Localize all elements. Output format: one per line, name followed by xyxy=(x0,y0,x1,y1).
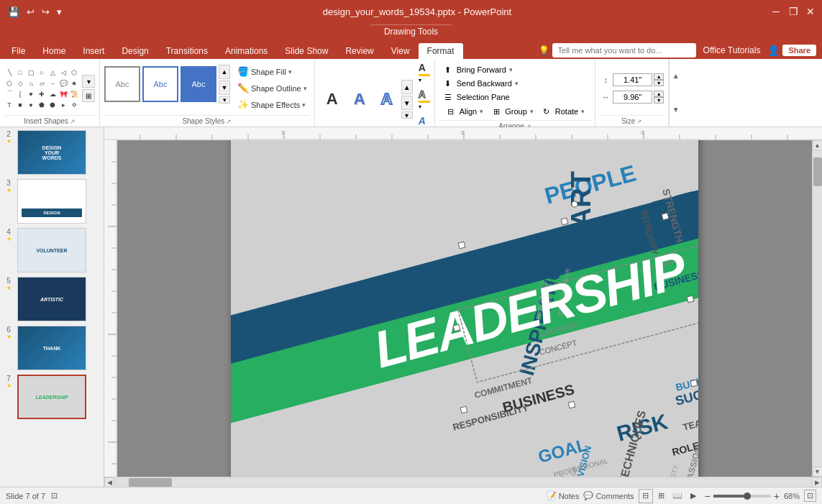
scroll-thumb-v[interactable] xyxy=(813,157,822,186)
group-button[interactable]: ⊞ Group ▾ xyxy=(488,105,536,118)
scroll-track-h[interactable] xyxy=(114,477,812,487)
tab-slideshow[interactable]: Slide Show xyxy=(276,43,337,59)
shape-fill-button[interactable]: 🪣 Shape Fill ▾ xyxy=(234,65,310,78)
arrow-shape[interactable]: → xyxy=(47,78,58,88)
text-box-shape[interactable]: T xyxy=(4,100,14,110)
send-backward-button[interactable]: ⬇ Send Backward ▾ xyxy=(439,77,521,90)
minimize-button[interactable]: ─ xyxy=(770,6,782,17)
normal-view-button[interactable]: ⊟ xyxy=(639,489,653,503)
heart-shape[interactable]: ♥ xyxy=(26,89,36,99)
width-up-button[interactable]: ▲ xyxy=(654,91,664,97)
tab-transitions[interactable]: Transitions xyxy=(157,43,216,59)
slide-img-3[interactable]: DESIGN xyxy=(17,179,86,224)
slide-thumb-2[interactable]: 2 ★ DESIGNYOURWORDS xyxy=(3,130,101,175)
shape7[interactable]: ⭘ xyxy=(69,100,79,110)
width-input[interactable] xyxy=(613,91,652,104)
office-tutorials-button[interactable]: Office Tutorials xyxy=(699,44,765,57)
scroll-track-v[interactable] xyxy=(813,150,822,467)
slide-area[interactable]: TEAMWORK PEOPLE HEART INTEGRITY STRENGTH xyxy=(231,140,698,477)
shape4[interactable]: ⬟ xyxy=(37,100,47,110)
undo-icon[interactable]: ↩ xyxy=(24,5,37,19)
ribbon-scroll-area[interactable]: ▲ ▼ xyxy=(669,59,682,127)
shape-effects-dropdown[interactable]: ▾ xyxy=(302,101,306,109)
text-fill-dropdown-icon[interactable]: ▾ xyxy=(419,77,421,83)
redo-icon[interactable]: ↪ xyxy=(40,5,52,19)
height-input[interactable] xyxy=(613,73,652,86)
slide-thumb-3[interactable]: 3 ★ DESIGN xyxy=(3,179,101,224)
scroll-right-button[interactable]: ▶ xyxy=(812,477,822,487)
tab-insert[interactable]: Insert xyxy=(74,43,113,59)
slide-thumb-6[interactable]: 6 ★ THANK xyxy=(3,326,101,370)
rounded-rect-shape[interactable]: ▢ xyxy=(26,68,36,78)
slideshow-button[interactable]: ▶ xyxy=(686,489,700,503)
zoom-thumb[interactable] xyxy=(744,492,751,500)
wordart-sample-1[interactable]: A xyxy=(319,81,345,117)
send-backward-dropdown[interactable]: ▾ xyxy=(515,80,519,87)
comments-button[interactable]: 💬 Comments xyxy=(583,491,634,500)
group-dropdown[interactable]: ▾ xyxy=(530,108,534,115)
slide-img-4[interactable]: VOLUNTEER xyxy=(17,228,86,272)
share-button[interactable]: Share xyxy=(782,45,816,56)
wordart-down-button[interactable]: ▼ xyxy=(401,96,413,110)
width-down-button[interactable]: ▼ xyxy=(654,97,664,104)
para-shape[interactable]: ▱ xyxy=(37,78,47,88)
diamond-shape[interactable]: ◇ xyxy=(15,78,25,88)
shape6[interactable]: ▸ xyxy=(58,100,68,110)
text-fill-button[interactable]: A ▾ xyxy=(419,62,430,83)
hexagon-shape[interactable]: ⬡ xyxy=(4,78,14,88)
tab-view[interactable]: View xyxy=(383,43,419,59)
brace-shape[interactable]: { xyxy=(15,89,25,99)
ribbon-scroll-down[interactable]: ▼ xyxy=(672,93,680,127)
insert-shapes-expand-icon[interactable]: ↗ xyxy=(70,118,76,125)
cloud-shape[interactable]: ☁ xyxy=(47,89,58,99)
height-down-button[interactable]: ▼ xyxy=(654,80,664,86)
shape-fill-dropdown[interactable]: ▾ xyxy=(288,68,292,75)
tab-format[interactable]: Format xyxy=(419,43,463,59)
align-dropdown[interactable]: ▾ xyxy=(480,108,483,115)
triangle-shape[interactable]: △ xyxy=(47,68,58,78)
tab-animations[interactable]: Animations xyxy=(216,43,276,59)
rect2-shape[interactable]: ■ xyxy=(15,100,25,110)
shape-outline-button[interactable]: ✏️ Shape Outline ▾ xyxy=(234,81,310,95)
scroll-shape[interactable]: 📜 xyxy=(69,89,79,99)
slide-img-2[interactable]: DESIGNYOURWORDS xyxy=(17,130,86,175)
circle-shape[interactable]: ○ xyxy=(37,68,47,78)
ribbon-shape[interactable]: 🎀 xyxy=(58,89,68,99)
height-up-button[interactable]: ▲ xyxy=(654,73,664,80)
zoom-minus-button[interactable]: − xyxy=(705,490,711,502)
star-shape[interactable]: ★ xyxy=(69,78,79,88)
tell-me-input[interactable] xyxy=(552,43,696,58)
wordart-up-button[interactable]: ▲ xyxy=(401,80,413,94)
shape-style-up[interactable]: ▲ xyxy=(219,65,230,79)
customize-icon[interactable]: ▾ xyxy=(55,5,64,19)
align-button[interactable]: ⊟ Align ▾ xyxy=(442,105,486,118)
shapes-more-button[interactable]: ▾ xyxy=(82,75,95,88)
shape-outline-dropdown[interactable]: ▾ xyxy=(303,85,307,92)
text-outline-button[interactable]: A ▾ xyxy=(419,88,430,110)
rtriangle-shape[interactable]: ◁ xyxy=(58,68,68,78)
tab-design[interactable]: Design xyxy=(113,43,157,59)
close-button[interactable]: ✕ xyxy=(805,6,816,17)
rotate-button[interactable]: ↻ Rotate ▾ xyxy=(538,105,588,118)
wordart-sample-3[interactable]: A xyxy=(374,81,400,117)
restore-button[interactable]: ❒ xyxy=(787,6,799,17)
reading-view-button[interactable]: 📖 xyxy=(670,489,685,503)
rect-shape[interactable]: □ xyxy=(15,68,25,78)
shape-style-more[interactable]: ▾ xyxy=(219,96,230,104)
pentagon-shape[interactable]: ⬠ xyxy=(69,68,79,78)
text-outline-dropdown-icon[interactable]: ▾ xyxy=(419,104,421,110)
wordart-sample-2[interactable]: A xyxy=(347,81,373,117)
selection-pane-button[interactable]: ☰ Selection Pane xyxy=(439,91,513,104)
trapezoid-shape[interactable]: ⏢ xyxy=(26,78,36,88)
shape-styles-expand-icon[interactable]: ↗ xyxy=(226,118,232,125)
shapes-arrange-button[interactable]: ⊞ xyxy=(82,89,95,102)
shape-style-down[interactable]: ▼ xyxy=(219,81,230,95)
zoom-plus-button[interactable]: + xyxy=(774,490,780,502)
slide-img-6[interactable]: THANK xyxy=(17,326,86,370)
callout-shape[interactable]: 💬 xyxy=(58,78,68,88)
tab-home[interactable]: Home xyxy=(34,43,74,59)
slide-img-5[interactable]: ARTISTIC xyxy=(17,277,86,321)
scroll-left-button[interactable]: ◀ xyxy=(104,477,114,487)
line-shape[interactable]: ╲ xyxy=(4,68,14,78)
rotate-dropdown[interactable]: ▾ xyxy=(581,108,585,115)
